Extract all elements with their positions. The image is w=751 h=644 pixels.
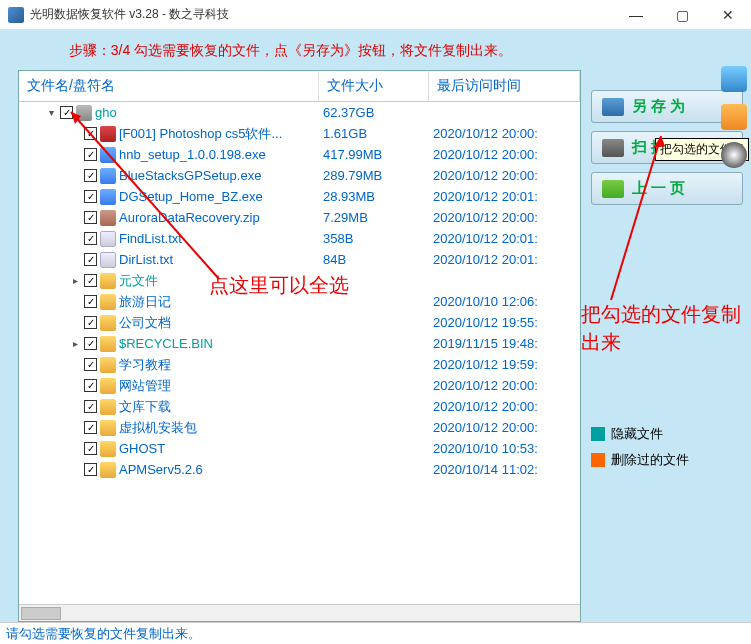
prev-page-label: 上一页 [632, 179, 689, 198]
row-checkbox[interactable] [84, 400, 97, 413]
table-row[interactable]: ▸元文件 [19, 270, 580, 291]
row-checkbox[interactable] [84, 442, 97, 455]
row-checkbox[interactable] [84, 127, 97, 140]
folder-icon [100, 357, 116, 373]
window-title: 光明数据恢复软件 v3.28 - 数之寻科技 [30, 6, 613, 23]
file-date: 2020/10/10 12:06: [433, 294, 580, 309]
file-name: 虚拟机安装包 [119, 419, 197, 437]
file-name: 元文件 [119, 272, 158, 290]
col-date[interactable]: 最后访问时间 [429, 71, 580, 101]
folder-icon [100, 462, 116, 478]
titlebar: 光明数据恢复软件 v3.28 - 数之寻科技 ― ▢ ✕ [0, 0, 751, 30]
file-date: 2019/11/15 19:48: [433, 336, 580, 351]
table-row[interactable]: 网站管理2020/10/12 20:00: [19, 375, 580, 396]
table-row[interactable]: FindList.txt358B2020/10/12 20:01: [19, 228, 580, 249]
file-date: 2020/10/12 20:01: [433, 231, 580, 246]
file-date: 2020/10/12 19:55: [433, 315, 580, 330]
folder-icon [100, 273, 116, 289]
row-checkbox[interactable] [84, 232, 97, 245]
row-checkbox[interactable] [84, 295, 97, 308]
expander-icon[interactable]: ▸ [69, 338, 81, 349]
table-row[interactable]: 公司文档2020/10/12 19:55: [19, 312, 580, 333]
file-name: 公司文档 [119, 314, 171, 332]
file-name: BlueStacksGPSetup.exe [119, 168, 261, 183]
row-checkbox[interactable] [84, 148, 97, 161]
folder-icon [100, 399, 116, 415]
file-date: 2020/10/12 20:01: [433, 189, 580, 204]
row-checkbox[interactable] [84, 358, 97, 371]
file-date: 2020/10/12 20:00: [433, 420, 580, 435]
table-row[interactable]: APMServ5.2.62020/10/14 11:02: [19, 459, 580, 480]
folder-icon [100, 336, 116, 352]
table-row[interactable]: [F001] Photoshop cs5软件...1.61GB2020/10/1… [19, 123, 580, 144]
file-name: 学习教程 [119, 356, 171, 374]
col-size[interactable]: 文件大小 [319, 71, 429, 101]
list-header: 文件名/盘符名 文件大小 最后访问时间 [19, 71, 580, 102]
list-body[interactable]: 点这里可以全选 ▾gho62.37GB[F001] Photoshop cs5软… [19, 102, 580, 604]
statusbar: 请勾选需要恢复的文件复制出来。 [0, 622, 751, 644]
expander-icon[interactable]: ▾ [45, 107, 57, 118]
table-row[interactable]: DirList.txt84B2020/10/12 20:01: [19, 249, 580, 270]
exe-icon [100, 168, 116, 184]
file-size: 28.93MB [323, 189, 433, 204]
row-checkbox[interactable] [84, 253, 97, 266]
expander-icon[interactable]: ▸ [69, 275, 81, 286]
zip-icon [100, 210, 116, 226]
folder-icon [100, 441, 116, 457]
table-row[interactable]: ▸$RECYCLE.BIN2019/11/15 19:48: [19, 333, 580, 354]
tray-icon-2[interactable] [721, 104, 747, 130]
row-checkbox[interactable] [84, 463, 97, 476]
file-name: 网站管理 [119, 377, 171, 395]
side-panel: 另存为 把勾选的文件复 扫描记录 上一页 把勾选的文件复制出来 隐藏文件 删除过… [581, 30, 751, 622]
row-checkbox[interactable] [84, 421, 97, 434]
row-checkbox[interactable] [84, 169, 97, 182]
file-date: 2020/10/14 11:02: [433, 462, 580, 477]
row-checkbox[interactable] [84, 190, 97, 203]
table-row[interactable]: 虚拟机安装包2020/10/12 20:00: [19, 417, 580, 438]
file-date: 2020/10/12 20:01: [433, 252, 580, 267]
row-checkbox[interactable] [84, 337, 97, 350]
horizontal-scrollbar[interactable] [19, 604, 580, 621]
col-name[interactable]: 文件名/盘符名 [19, 71, 319, 101]
file-name: GHOST [119, 441, 165, 456]
row-checkbox[interactable] [84, 274, 97, 287]
txt-icon [100, 252, 116, 268]
app-icon [8, 7, 24, 23]
file-name: 旅游日记 [119, 293, 171, 311]
file-date: 2020/10/12 20:00: [433, 168, 580, 183]
table-row[interactable]: ▾gho62.37GB [19, 102, 580, 123]
legend-deleted-label: 删除过的文件 [611, 451, 689, 469]
prev-page-button[interactable]: 上一页 [591, 172, 743, 205]
file-size: 84B [323, 252, 433, 267]
txt-icon [100, 231, 116, 247]
folder-icon [100, 294, 116, 310]
legend-deleted-color [591, 453, 605, 467]
row-checkbox[interactable] [84, 211, 97, 224]
file-name: hnb_setup_1.0.0.198.exe [119, 147, 266, 162]
file-list: 文件名/盘符名 文件大小 最后访问时间 点这里可以全选 ▾gho62.37GB[… [18, 70, 581, 622]
step-banner: 步骤：3/4 勾选需要恢复的文件，点《另存为》按钮，将文件复制出来。 [0, 30, 581, 70]
tray-icon-1[interactable] [721, 66, 747, 92]
maximize-button[interactable]: ▢ [659, 0, 705, 30]
file-size: 417.99MB [323, 147, 433, 162]
row-checkbox[interactable] [60, 106, 73, 119]
row-checkbox[interactable] [84, 379, 97, 392]
qq-icon[interactable] [721, 142, 747, 168]
file-date: 2020/10/12 20:00: [433, 126, 580, 141]
file-name: DGSetup_Home_BZ.exe [119, 189, 263, 204]
table-row[interactable]: AuroraDataRecovery.zip7.29MB2020/10/12 2… [19, 207, 580, 228]
drive-icon [76, 105, 92, 121]
table-row[interactable]: 旅游日记2020/10/10 12:06: [19, 291, 580, 312]
close-button[interactable]: ✕ [705, 0, 751, 30]
table-row[interactable]: GHOST2020/10/10 10:53: [19, 438, 580, 459]
table-row[interactable]: 文库下载2020/10/12 20:00: [19, 396, 580, 417]
legend: 隐藏文件 删除过的文件 [591, 425, 743, 469]
table-row[interactable]: BlueStacksGPSetup.exe289.79MB2020/10/12 … [19, 165, 580, 186]
row-checkbox[interactable] [84, 316, 97, 329]
table-row[interactable]: hnb_setup_1.0.0.198.exe417.99MB2020/10/1… [19, 144, 580, 165]
table-row[interactable]: DGSetup_Home_BZ.exe28.93MB2020/10/12 20:… [19, 186, 580, 207]
minimize-button[interactable]: ― [613, 0, 659, 30]
table-row[interactable]: 学习教程2020/10/12 19:59: [19, 354, 580, 375]
file-name: AuroraDataRecovery.zip [119, 210, 260, 225]
folder-icon [100, 315, 116, 331]
